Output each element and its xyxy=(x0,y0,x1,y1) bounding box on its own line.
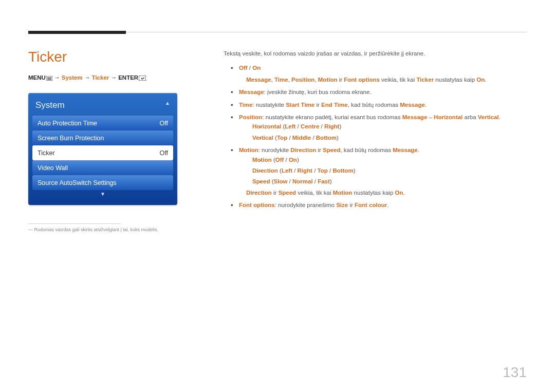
note-off-on: Message, Time, Position, Motion ir Font … xyxy=(239,75,527,84)
osd-menu: System ▲ Auto Protection TimeOffScreen B… xyxy=(28,93,177,205)
page-number: 131 xyxy=(503,364,527,381)
footnote-divider xyxy=(28,223,121,224)
bullet-off-on: Off / On Message, Time, Position, Motion… xyxy=(224,63,527,84)
scroll-down-icon: ▼ xyxy=(32,191,173,197)
page-title: Ticker xyxy=(28,49,198,65)
bullet-position: Position: nustatykite ekrano padėtį, kur… xyxy=(224,113,527,142)
osd-row-label: Screen Burn Protection xyxy=(38,135,104,142)
osd-row-label: Ticker xyxy=(38,150,55,157)
bullet-time: Time: nustatykite Start Time ir End Time… xyxy=(224,100,527,109)
osd-row[interactable]: Auto Protection TimeOff xyxy=(32,116,173,130)
sub-horizontal: Horizontal (Left / Centre / Right) xyxy=(239,122,527,131)
intro-text: Tekstą veskite, kol rodomas vaizdo įraša… xyxy=(224,49,527,58)
right-column: Tekstą veskite, kol rodomas vaizdo įraša… xyxy=(224,49,527,232)
footnote: Rodomas vaizdas gali skirtis atsižvelgia… xyxy=(28,227,198,232)
breadcrumb: MENU → System → Ticker → ENTER xyxy=(28,74,198,82)
scroll-up-icon: ▲ xyxy=(165,100,170,106)
menu-icon xyxy=(46,76,52,82)
osd-row-label: Video Wall xyxy=(38,164,68,172)
osd-row[interactable]: Video Wall xyxy=(32,160,173,175)
bullet-motion: Motion: nurodykite Direction ir Speed, k… xyxy=(224,145,527,197)
sub-motion: Motion (Off / On) xyxy=(239,155,527,164)
osd-title: System xyxy=(32,98,173,116)
osd-row[interactable]: Screen Burn Protection xyxy=(32,130,173,145)
osd-row[interactable]: TickerOff xyxy=(32,145,173,160)
enter-icon xyxy=(139,76,146,82)
osd-row-value: Off xyxy=(160,150,168,157)
sub-vertical: Vertical (Top / Middle / Bottom) xyxy=(239,133,527,142)
sub-speed: Speed (Slow / Normal / Fast) xyxy=(239,177,527,186)
sub-direction: Direction (Left / Right / Top / Bottom) xyxy=(239,166,527,175)
svg-rect-4 xyxy=(139,76,146,81)
osd-row-label: Auto Protection Time xyxy=(38,120,97,127)
bullet-message: Message: įveskite žinutę, kuri bus rodom… xyxy=(224,87,527,97)
note-motion: Direction ir Speed veikia, tik kai Motio… xyxy=(239,188,527,197)
osd-row-value: Off xyxy=(160,120,168,127)
left-column: Ticker MENU → System → Ticker → ENTER Sy… xyxy=(28,49,198,232)
bullet-font-options: Font options: nurodykite pranešimo Size … xyxy=(224,200,527,210)
header-accent xyxy=(28,31,126,34)
osd-row[interactable]: Source AutoSwitch Settings xyxy=(32,175,173,190)
osd-row-label: Source AutoSwitch Settings xyxy=(38,179,117,186)
